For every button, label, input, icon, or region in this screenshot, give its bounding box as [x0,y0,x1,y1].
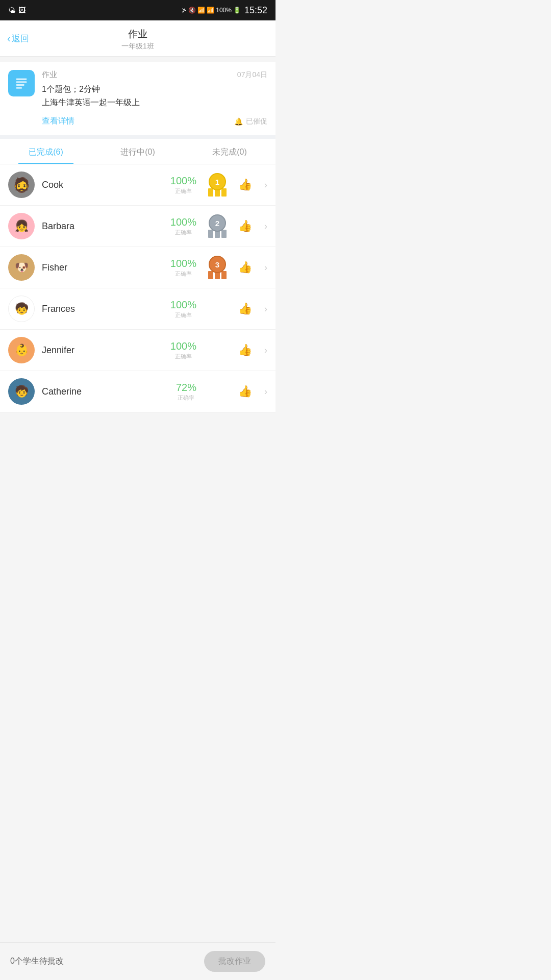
empty-space [0,412,276,453]
svg-rect-0 [16,79,27,80]
score-label: 正确率 [170,229,196,236]
svg-rect-2 [16,84,24,85]
student-name: Barbara [42,221,163,232]
assignment-desc2: 上海牛津英语一起一年级上 [42,96,267,109]
medal-bronze: 3 [208,256,227,279]
like-button[interactable]: 👍 [238,344,252,357]
score-area: 100% 正确率 [170,299,196,319]
avatar: 👧 [8,213,35,239]
score-area: 100% 正确率 [170,258,196,278]
notify-label: 已催促 [246,117,267,126]
student-name: Jennifer [42,345,163,356]
student-row[interactable]: 👧 Barbara 100% 正确率 2 👍 › [0,206,276,247]
score-value: 100% [170,299,196,311]
like-button[interactable]: 👍 [238,219,252,233]
chevron-right-icon: › [264,180,267,190]
like-button[interactable]: 👍 [238,385,252,398]
chevron-right-icon: › [264,345,267,356]
student-row[interactable]: 🧒 Frances 100% 正确率 👍 › [0,288,276,330]
like-button[interactable]: 👍 [238,178,252,191]
score-area: 100% 正确率 [170,340,196,360]
score-value: 72% [176,382,196,394]
time-display: 15:52 [244,5,267,16]
bluetooth-icon: ⊁ [182,7,187,14]
status-bar: 🌤 🖼 ⊁ 🔇 📶 📶 100% 🔋 15:52 [0,0,276,20]
score-label: 正确率 [170,353,196,360]
status-right-icons: ⊁ 🔇 📶 📶 100% 🔋 15:52 [182,5,267,16]
like-button[interactable]: 👍 [238,261,252,274]
score-label: 正确率 [176,394,196,402]
like-button[interactable]: 👍 [238,302,252,315]
score-area: 72% 正确率 [176,382,196,402]
assignment-icon [8,70,35,96]
tab-incomplete[interactable]: 未完成(0) [184,139,276,164]
tab-inprogress[interactable]: 进行中(0) [92,139,184,164]
score-value: 100% [170,175,196,187]
back-chevron-icon: ‹ [7,33,11,44]
avatar: 👶 [8,337,35,363]
medal-gold: 1 [208,173,227,197]
score-label: 正确率 [170,311,196,319]
score-value: 100% [170,258,196,270]
notify-area: 🔔 已催促 [234,117,267,126]
score-area: 100% 正确率 [170,175,196,195]
avatar: 🐶 [8,254,35,281]
chevron-right-icon: › [264,304,267,314]
chevron-right-icon: › [264,221,267,232]
assignment-card: 作业 07月04日 1个题包；2分钟 上海牛津英语一起一年级上 查看详情 🔔 已… [0,62,276,135]
assignment-header-row: 作业 07月04日 [42,70,267,80]
student-name: Cook [42,180,163,190]
score-label: 正确率 [170,270,196,278]
student-name: Fisher [42,262,163,273]
score-label: 正确率 [170,187,196,195]
medal-silver: 2 [208,214,227,238]
score-area: 100% 正确率 [170,216,196,236]
avatar: 🧔 [8,172,35,198]
score-value: 100% [170,340,196,352]
battery-text: 100% [216,7,232,14]
student-row[interactable]: 🧔 Cook 100% 正确率 1 👍 › [0,164,276,206]
assignment-desc1: 1个题包；2分钟 [42,83,267,96]
section-divider [0,135,276,139]
weather-icon: 🌤 [8,6,15,14]
assignment-info: 作业 07月04日 1个题包；2分钟 上海牛津英语一起一年级上 查看详情 🔔 已… [42,70,267,127]
svg-rect-3 [16,87,22,88]
avatar: 🧒 [8,296,35,322]
status-left-icons: 🌤 🖼 [8,6,26,14]
assignment-footer: 查看详情 🔔 已催促 [42,116,267,127]
wifi-icon: 📶 [197,7,205,14]
chevron-right-icon: › [264,386,267,397]
avatar: 🧒 [8,378,35,405]
battery-icon: 🔋 [233,7,241,14]
view-detail-link[interactable]: 查看详情 [42,116,74,127]
student-row[interactable]: 🐶 Fisher 100% 正确率 3 👍 › [0,247,276,288]
svg-rect-1 [16,82,27,83]
page-title: 作业 [0,28,276,41]
student-name: Frances [42,304,163,314]
student-name: Catherine [42,386,169,397]
tab-bar: 已完成(6) 进行中(0) 未完成(0) [0,139,276,164]
mute-icon: 🔇 [188,7,196,14]
assignment-date: 07月04日 [237,70,267,80]
back-label: 返回 [12,33,29,44]
signal-icon: 📶 [207,7,214,14]
tab-completed[interactable]: 已完成(6) [0,139,92,164]
student-list: 🧔 Cook 100% 正确率 1 👍 › 👧 Barbara 100% 正确率… [0,164,276,412]
back-button[interactable]: ‹ 返回 [7,33,29,44]
chevron-right-icon: › [264,262,267,273]
page-header: ‹ 返回 作业 一年级1班 [0,20,276,57]
image-icon: 🖼 [18,6,26,14]
score-value: 100% [170,216,196,228]
student-row[interactable]: 🧒 Catherine 72% 正确率 👍 › [0,371,276,412]
page-subtitle: 一年级1班 [0,42,276,51]
bell-icon: 🔔 [234,117,243,126]
assignment-type-label: 作业 [42,70,57,80]
student-row[interactable]: 👶 Jennifer 100% 正确率 👍 › [0,330,276,371]
